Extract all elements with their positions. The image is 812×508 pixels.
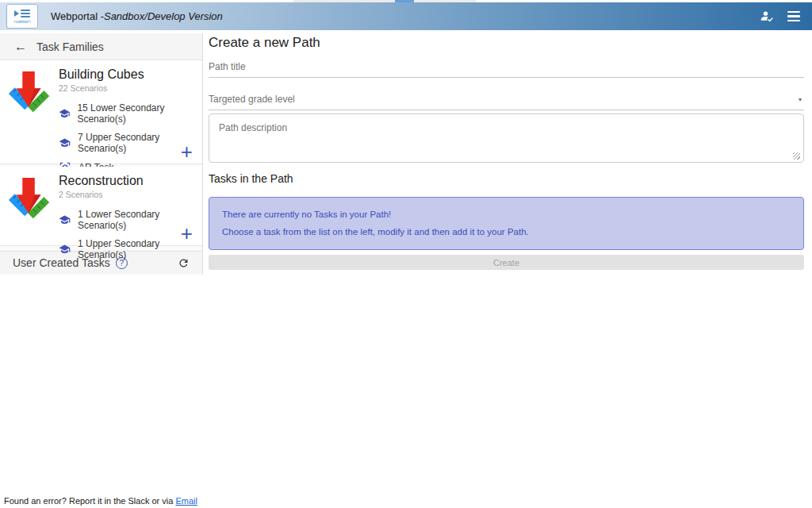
grade-level-select[interactable]: Targeted grade level ▾ [209,94,804,110]
family-card-reconstruction[interactable]: Reconstruction 2 Scenarios 1 Lower Secon… [0,167,202,246]
family-scenario-count: 2 Scenarios [59,190,202,199]
task-families-sidebar: ← Task Families Building Cubes 22 Scenar… [0,33,203,275]
app-title-prefix: Webportal - [51,10,104,22]
path-description-textarea[interactable] [209,114,804,163]
add-family-to-path-button[interactable]: + [181,223,193,244]
app-title: Webportal - Sandbox/Develop Version [51,2,223,30]
tasks-in-path-title: Tasks in the Path [209,172,293,185]
email-link[interactable]: Email [175,496,197,506]
sidebar-header: ← Task Families [0,33,202,60]
path-title-input[interactable] [209,61,804,78]
app-toolbar: <colette/> Webportal - Sandbox/Develop V… [0,2,812,30]
scenario-row-lower-secondary[interactable]: 15 Lower Secondary Scenario(s) [59,102,202,125]
scenario-row-label: 15 Lower Secondary Scenario(s) [77,102,202,125]
family-thumbnail-icon [5,68,54,117]
page-title: Create a new Path [209,35,320,51]
family-scenario-count: 22 Scenarios [59,83,202,93]
graduation-cap-icon [59,214,71,226]
sidebar-header-label: Task Families [36,40,104,53]
graduation-cap-icon [59,243,71,256]
logo-text: <colette/> [13,19,31,24]
app-title-version: Sandbox/Develop Version [104,10,223,22]
add-family-to-path-button[interactable]: + [181,141,193,162]
empty-path-notice: There are currently no Tasks in your Pat… [209,197,804,250]
empty-path-notice-line1: There are currently no Tasks in your Pat… [222,210,791,219]
colette-logo[interactable]: <colette/> [6,4,38,29]
create-button[interactable]: Create [209,255,804,270]
logo-flag-icon [14,10,30,17]
empty-path-notice-line2: Choose a task from the list on the left,… [222,227,791,237]
back-arrow-icon[interactable]: ← [14,40,27,54]
family-thumbnail-icon [5,175,54,224]
family-card-building-cubes[interactable]: Building Cubes 22 Scenarios 15 Lower Sec… [0,60,202,164]
graduation-cap-icon [59,137,71,149]
family-title: Building Cubes [59,67,202,82]
grade-level-placeholder: Targeted grade level [209,94,295,105]
user-check-icon[interactable] [760,10,774,24]
error-report-text: Found an error? Report it in the Slack o… [4,496,175,506]
graduation-cap-icon [59,107,70,120]
create-path-panel: Create a new Path Targeted grade level ▾… [209,32,804,270]
chevron-down-icon: ▾ [799,96,802,103]
error-report-footer: Found an error? Report it in the Slack o… [4,496,197,506]
menu-icon[interactable] [787,10,801,24]
family-title: Reconstruction [59,174,202,188]
